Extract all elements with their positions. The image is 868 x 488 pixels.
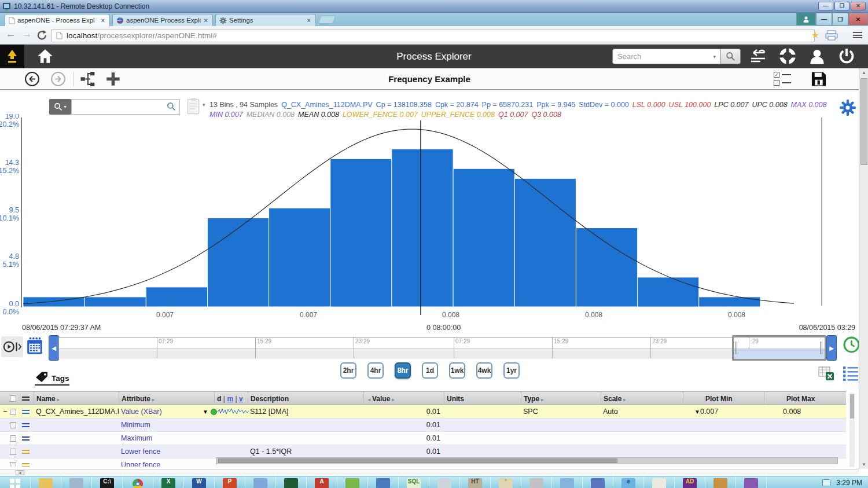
row-checkbox[interactable]	[10, 409, 16, 415]
sql-server-icon[interactable]: SQL	[399, 476, 429, 488]
browser-restore-button[interactable]: ❐	[832, 13, 848, 25]
logout-power-button[interactable]	[837, 47, 856, 65]
network-app-icon[interactable]	[552, 476, 583, 488]
table-row[interactable]: Maximum0.01	[0, 432, 846, 445]
table-vertical-scrollbar[interactable]	[849, 393, 855, 467]
print-icon[interactable]	[825, 30, 838, 41]
powerpoint-icon[interactable]: P	[215, 476, 245, 488]
scroll-down-arrow-icon[interactable]: ▼	[859, 460, 868, 469]
file-explorer-icon[interactable]	[31, 476, 61, 488]
dmv-m-link[interactable]: m	[227, 395, 233, 403]
dmv-v-link[interactable]: v	[239, 395, 243, 403]
rdp-close-button[interactable]: ✕	[851, 2, 866, 10]
plant-app-icon[interactable]	[337, 476, 368, 488]
row-checkbox[interactable]	[10, 435, 16, 442]
blue-window-app-icon[interactable]	[245, 476, 276, 488]
ht-app-icon[interactable]: HT	[460, 476, 491, 488]
monitor-app-icon[interactable]	[276, 476, 307, 488]
column-sort-arrow-icon[interactable]: ▸	[623, 397, 626, 402]
table-row[interactable]: −Q_CX_Amines_112DMA.PVValue (XBar)▼S112 …	[0, 405, 846, 419]
column-sort-arrow-icon[interactable]: ▸	[541, 397, 543, 402]
legend-toggle-button[interactable]: ✓	[774, 72, 791, 88]
rdp-restore-button[interactable]: ❐	[834, 2, 849, 10]
scrollbar-thumb[interactable]	[850, 394, 854, 419]
timeline-track[interactable]: 07:2915:2923:2907:2915:2923:29:29	[58, 337, 826, 359]
column-header-plot-max[interactable]: Plot Max	[764, 392, 846, 406]
tab-close-icon[interactable]: ×	[306, 17, 312, 24]
column-sort-arrow-icon[interactable]: ▸	[57, 397, 60, 402]
tray-window-icon[interactable]	[822, 479, 830, 486]
clipboard-icon[interactable]	[186, 97, 200, 115]
histogram-bar[interactable]	[269, 208, 330, 307]
histogram-bar[interactable]	[699, 297, 760, 307]
column-header-value[interactable]: ◂Value▸	[363, 392, 444, 406]
users-app-icon[interactable]	[583, 476, 613, 488]
search-input[interactable]: Search ▾	[612, 49, 721, 64]
calendar-button[interactable]	[27, 337, 43, 358]
address-url-field[interactable]: localhost/processexplorer/aspenONE.html#	[51, 29, 815, 42]
range-button-1wk[interactable]: 1wk	[449, 362, 465, 379]
browser-profile-button[interactable]	[796, 13, 816, 25]
tab-settings[interactable]: Settings ×	[215, 14, 316, 26]
histogram-bar[interactable]	[84, 297, 146, 307]
histogram-bar[interactable]	[453, 168, 514, 307]
realtime-clock-button[interactable]	[843, 336, 860, 356]
start-button[interactable]	[0, 476, 31, 488]
histogram-bar[interactable]	[208, 218, 269, 307]
notepad-icon[interactable]	[644, 476, 675, 488]
trend-transfer-button[interactable]	[748, 47, 768, 65]
column-header-type[interactable]: Type▸	[521, 392, 601, 406]
browser-forward-button[interactable]: →	[22, 28, 32, 40]
column-left-arrow-icon[interactable]: ◂	[368, 397, 370, 402]
frequency-histogram-chart[interactable]: 19.020.2%14.315.2%9.510.1%4.85.1%0.00.0%…	[0, 114, 859, 321]
window-app-icon[interactable]	[429, 476, 460, 488]
histogram-bar[interactable]	[146, 287, 207, 307]
browser-vertical-scrollbar[interactable]: ▲ ▼	[859, 68, 868, 469]
bookmark-star-icon[interactable]: ★	[811, 30, 819, 41]
tag-search-filter-button[interactable]: ▾	[49, 99, 71, 115]
select-all-checkbox[interactable]	[10, 395, 16, 402]
timeline-selection-window[interactable]	[732, 335, 826, 361]
internet-explorer-icon[interactable]: e	[613, 476, 644, 488]
column-header-dmv[interactable]: d | m | v	[214, 392, 248, 406]
word-icon[interactable]: W	[184, 476, 215, 488]
browser-back-button[interactable]: ←	[6, 28, 16, 40]
table-row[interactable]: Lower fenceQ1 - 1.5*IQR0.01	[0, 445, 846, 458]
tab-close-icon[interactable]: ×	[203, 17, 209, 24]
range-button-4wk[interactable]: 4wk	[476, 362, 492, 379]
histogram-bar[interactable]	[576, 228, 637, 307]
user-profile-button[interactable]	[807, 47, 827, 65]
range-button-8hr[interactable]: 8hr	[395, 362, 411, 379]
navigation-target-button[interactable]	[778, 47, 797, 65]
scrollbar-thumb[interactable]	[218, 458, 617, 463]
column-sort-arrow-icon[interactable]: ▸	[392, 397, 394, 402]
column-header-description[interactable]: Description	[248, 392, 363, 406]
table-options-button[interactable]	[843, 366, 859, 383]
row-checkbox[interactable]	[10, 449, 16, 455]
table-row[interactable]: Minimum0.01	[0, 419, 846, 432]
new-tab-button[interactable]	[318, 16, 336, 24]
column-sort-arrow-icon[interactable]: ▸	[152, 397, 155, 402]
scroll-up-arrow-icon[interactable]: ▲	[859, 68, 868, 77]
range-button-1yr[interactable]: 1yr	[503, 362, 520, 379]
histogram-bar[interactable]	[330, 159, 392, 307]
plot-min-cell[interactable]: ▼0.007	[683, 405, 764, 419]
tags-section-header[interactable]: Tags	[35, 371, 69, 386]
spreadsheet-app-icon[interactable]	[368, 476, 399, 488]
column-header-scale[interactable]: Scale▸	[601, 392, 683, 406]
row-checkbox[interactable]	[10, 422, 16, 428]
selection-right-grip-handle[interactable]	[820, 342, 823, 354]
command-prompt-icon[interactable]: C:\	[92, 476, 123, 488]
excel-icon[interactable]: X	[153, 476, 184, 488]
gear-app-icon[interactable]	[521, 476, 552, 488]
aspen-app-icon[interactable]: A	[307, 476, 337, 488]
range-button-4hr[interactable]: 4hr	[367, 362, 384, 379]
scrollbar-thumb[interactable]	[860, 78, 867, 165]
active-directory-icon[interactable]: AD	[675, 476, 705, 488]
chrome-icon[interactable]	[123, 476, 153, 488]
tab-close-icon[interactable]: ×	[100, 17, 106, 24]
browser-menu-icon[interactable]	[853, 32, 862, 39]
rdp-minimize-button[interactable]: —	[818, 2, 833, 10]
browser-refresh-button[interactable]	[37, 30, 47, 41]
histogram-bar[interactable]	[392, 149, 453, 307]
